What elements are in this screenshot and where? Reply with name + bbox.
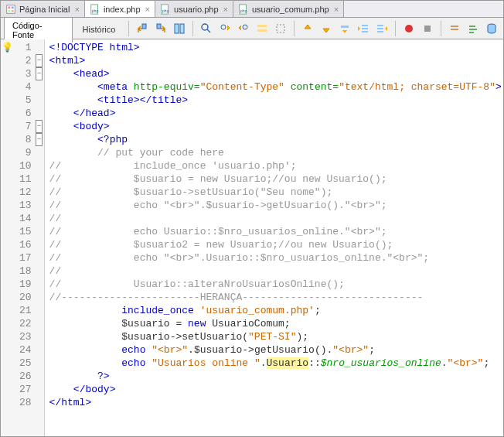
gutter: 💡 12345678910111213141516171819202122232… [1,39,45,436]
svg-rect-28 [377,31,383,32]
home-icon [5,4,16,15]
svg-rect-11 [142,24,146,29]
tab-label: usuario_comum.php [252,5,329,14]
close-icon[interactable]: × [145,5,150,14]
tab-usuario-comum-php[interactable]: php usuario_comum.php × [233,1,344,17]
macro-record-icon[interactable] [400,20,417,37]
svg-rect-2 [12,6,14,9]
code-editor[interactable]: 💡 12345678910111213141516171819202122232… [1,39,503,436]
shift-right-icon[interactable] [373,20,390,37]
svg-rect-33 [469,26,475,27]
svg-rect-4 [12,9,14,12]
svg-rect-19 [257,25,267,27]
marks-column: 💡 [1,39,13,436]
svg-rect-27 [377,28,383,29]
fold-toggle-icon[interactable]: − [36,133,43,146]
tab-usuario-php[interactable]: php usuario.php × [155,1,233,17]
svg-rect-26 [377,25,383,26]
db-icon[interactable] [483,20,500,37]
svg-rect-22 [341,26,349,28]
svg-rect-24 [362,28,368,29]
svg-point-18 [243,25,247,29]
fold-toggle-icon[interactable]: − [36,120,43,133]
close-icon[interactable]: × [334,5,339,14]
close-icon[interactable]: × [74,5,79,14]
comment-icon[interactable] [446,20,463,37]
toggle-rect-select-icon[interactable] [272,20,289,37]
svg-text:php: php [92,8,99,12]
lightbulb-icon[interactable]: 💡 [2,42,13,53]
svg-rect-34 [469,29,477,30]
separator [128,21,129,36]
svg-rect-23 [362,25,368,26]
toggle-bookmark-icon[interactable] [336,20,353,37]
svg-rect-31 [451,26,458,27]
svg-point-29 [405,25,413,32]
uncomment-icon[interactable] [465,20,482,37]
macro-stop-icon[interactable] [419,20,436,37]
svg-rect-32 [451,29,458,30]
history-tab[interactable]: Histórico [74,21,124,38]
svg-rect-0 [7,5,15,13]
tab-label: usuario.php [174,5,219,14]
php-file-icon: php [90,4,100,15]
separator [441,21,441,36]
editor-toolbar: Código-Fonte Histórico [1,18,503,39]
last-edit-icon[interactable] [134,20,151,37]
close-icon[interactable]: × [223,5,228,14]
tab-label: index.php [104,5,141,14]
svg-line-16 [207,29,210,32]
separator [294,21,295,36]
find-selection-icon[interactable] [198,20,215,37]
prev-bookmark-icon[interactable] [299,20,316,37]
svg-text:php: php [240,8,247,12]
svg-point-15 [202,24,208,30]
diff-icon[interactable] [171,20,188,37]
tab-label: Página Inicial [19,5,70,14]
svg-rect-20 [257,29,267,32]
line-numbers: 1234567891011121314151617181920212223242… [13,39,35,436]
source-tab[interactable]: Código-Fonte [4,17,73,43]
svg-rect-3 [9,9,11,12]
php-file-icon: php [160,4,171,15]
forward-edit-icon[interactable] [152,20,169,37]
fold-toggle-icon[interactable]: − [36,54,43,67]
find-prev-icon[interactable] [216,20,233,37]
svg-text:php: php [162,8,169,12]
code-area[interactable]: <!DOCTYPE html><html> <head> <meta http-… [45,39,503,436]
svg-rect-21 [277,25,284,32]
fold-toggle-icon[interactable]: − [36,67,43,80]
tab-home[interactable]: Página Inicial × [1,1,85,17]
svg-rect-14 [180,24,184,33]
next-bookmark-icon[interactable] [318,20,335,37]
toggle-highlight-icon[interactable] [254,20,271,37]
svg-point-17 [221,25,226,29]
php-file-icon: php [238,4,249,15]
separator [192,21,193,36]
separator [395,21,396,36]
find-next-icon[interactable] [235,20,252,37]
file-tab-bar: Página Inicial × php index.php × php usu… [1,1,503,18]
svg-rect-12 [157,24,161,29]
svg-rect-25 [362,31,368,32]
svg-rect-13 [175,24,179,33]
svg-rect-35 [469,32,474,33]
shift-left-icon[interactable] [355,20,372,37]
svg-rect-30 [424,26,431,32]
tab-index-php[interactable]: php index.php × [85,1,155,17]
svg-rect-1 [9,6,11,9]
fold-column: −−−− [35,39,44,436]
